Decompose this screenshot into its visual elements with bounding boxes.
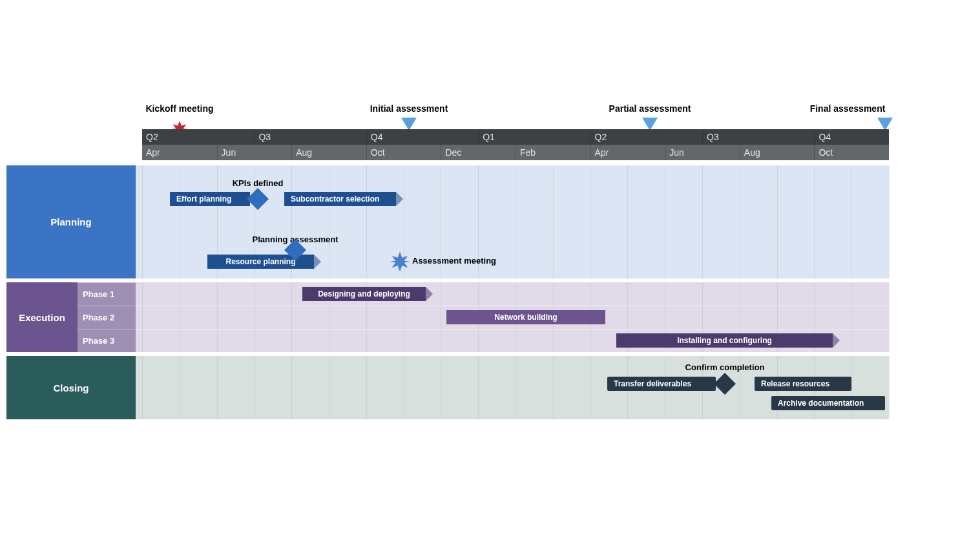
task-installing-label: Installing and configuring bbox=[677, 336, 772, 345]
lane-planning-body: KPIs defined Effort planning Subcontract… bbox=[136, 165, 889, 278]
q-cell: Q4 bbox=[814, 129, 893, 145]
lane-closing-header: Closing bbox=[6, 356, 136, 419]
lane-execution-body: Designing and deploying Network building… bbox=[136, 282, 889, 352]
lane-planning-label: Planning bbox=[50, 216, 91, 227]
assessment-meeting-star-icon bbox=[390, 252, 410, 271]
confirm-label: Confirm completion bbox=[685, 362, 765, 372]
phase3-label: Phase 3 bbox=[78, 329, 136, 352]
task-release: Release resources bbox=[755, 377, 851, 391]
q-cell: Q1 bbox=[478, 129, 594, 145]
task-network: Network building bbox=[446, 310, 605, 324]
q-cell: Q4 bbox=[366, 129, 483, 145]
kpis-label: KPIs defined bbox=[233, 178, 284, 188]
gantt-canvas: Kickoff meeting Initial assessment Parti… bbox=[0, 0, 980, 544]
m-cell: Apr bbox=[590, 145, 670, 160]
confirm-diamond-icon bbox=[714, 373, 736, 395]
task-release-label: Release resources bbox=[761, 379, 829, 388]
task-archive: Archive documentation bbox=[771, 396, 885, 410]
task-installing: Installing and configuring bbox=[616, 333, 833, 348]
task-designing: Designing and deploying bbox=[302, 287, 426, 301]
m-cell: Dec bbox=[441, 145, 520, 160]
kpis-diamond-icon bbox=[247, 188, 269, 210]
m-cell: Jun bbox=[217, 145, 297, 160]
q-cell: Q2 bbox=[590, 129, 707, 145]
marker-kickoff-label: Kickoff meeting bbox=[145, 103, 213, 114]
task-effort-planning: Effort planning bbox=[170, 192, 250, 206]
lane-planning: Planning KPIs defined Effort planning Su… bbox=[6, 165, 889, 278]
m-cell: Feb bbox=[516, 145, 595, 160]
quarter-row: Q2 Q3 Q4 Q1 Q2 Q3 Q4 bbox=[142, 129, 889, 145]
month-row: Apr Jun Aug Oct Dec Feb Apr Jun Aug Oct bbox=[142, 145, 889, 160]
m-cell: Jun bbox=[665, 145, 744, 160]
task-transfer: Transfer deliverables bbox=[607, 377, 716, 391]
task-subcontractor: Subcontractor selection bbox=[284, 192, 396, 206]
m-cell: Aug bbox=[291, 145, 371, 160]
svg-marker-1 bbox=[390, 252, 410, 271]
lane-execution-label: Execution bbox=[6, 312, 78, 323]
timeline-header: Q2 Q3 Q4 Q1 Q2 Q3 Q4 Apr Jun Aug Oct Dec… bbox=[142, 129, 889, 160]
marker-initial-label: Initial assessment bbox=[370, 103, 448, 114]
m-cell: Aug bbox=[740, 145, 819, 160]
task-resource-planning-label: Resource planning bbox=[225, 257, 295, 266]
phase2-label: Phase 2 bbox=[78, 306, 136, 329]
task-archive-label: Archive documentation bbox=[778, 399, 864, 408]
marker-initial-icon bbox=[401, 118, 417, 131]
marker-final-icon bbox=[877, 118, 893, 131]
lane-closing: Closing Confirm completion Transfer deli… bbox=[6, 356, 889, 419]
task-transfer-label: Transfer deliverables bbox=[614, 379, 691, 388]
task-effort-planning-label: Effort planning bbox=[176, 194, 231, 204]
task-designing-label: Designing and deploying bbox=[318, 289, 410, 298]
lane-closing-body: Confirm completion Transfer deliverables… bbox=[136, 356, 889, 419]
m-cell: Oct bbox=[814, 145, 893, 160]
lane-execution-header: Execution Phase 1 Phase 2 Phase 3 bbox=[6, 282, 136, 352]
q-cell: Q2 bbox=[142, 129, 258, 145]
lane-execution: Execution Phase 1 Phase 2 Phase 3 Design… bbox=[6, 282, 889, 352]
lane-planning-header: Planning bbox=[6, 165, 136, 278]
q-cell: Q3 bbox=[254, 129, 370, 145]
marker-final-label: Final assessment bbox=[810, 103, 886, 114]
assessment-meeting-label: Assessment meeting bbox=[412, 256, 496, 266]
q-cell: Q3 bbox=[702, 129, 818, 145]
task-subcontractor-label: Subcontractor selection bbox=[291, 194, 379, 204]
lane-closing-label: Closing bbox=[54, 382, 89, 393]
m-cell: Apr bbox=[142, 145, 221, 160]
m-cell: Oct bbox=[366, 145, 446, 160]
marker-partial-icon bbox=[642, 118, 658, 131]
phase1-label: Phase 1 bbox=[78, 282, 136, 306]
marker-partial-label: Partial assessment bbox=[609, 103, 691, 114]
task-network-label: Network building bbox=[494, 313, 557, 322]
